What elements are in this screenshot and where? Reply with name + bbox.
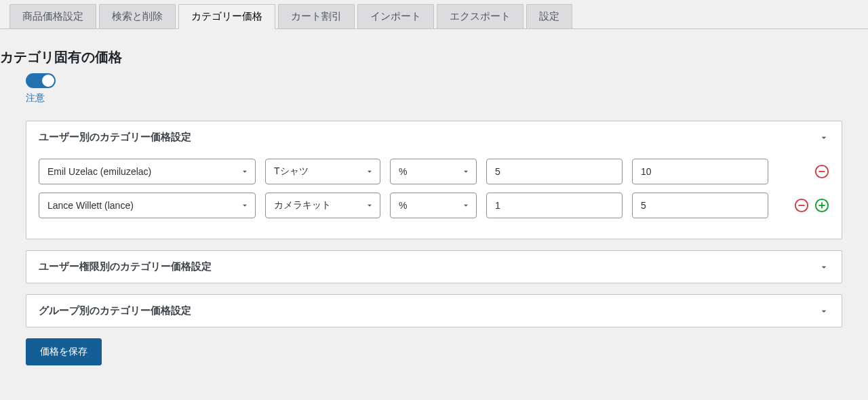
value1-input[interactable] [486, 159, 623, 184]
panel-by-group: グループ別のカテゴリー価格設定 [26, 294, 842, 327]
unit-select-value: % [399, 200, 407, 211]
panel-title: ユーザー権限別のカテゴリー価格設定 [39, 260, 212, 273]
chevron-down-icon [818, 132, 829, 143]
chevron-down-icon [818, 306, 829, 317]
enable-toggle[interactable] [26, 73, 56, 88]
remove-row-button[interactable] [794, 198, 809, 213]
unit-select[interactable]: % [390, 159, 477, 184]
page-title: カテゴリ固有の価格 [0, 48, 868, 66]
user-select-value: Lance Willett (lance) [47, 200, 134, 211]
value2-input[interactable] [632, 193, 768, 218]
tab-import[interactable]: インポート [357, 4, 434, 28]
chevron-down-icon [240, 201, 250, 210]
category-select[interactable]: Tシャツ [265, 159, 380, 184]
add-row-button[interactable] [814, 198, 829, 213]
chevron-down-icon [240, 167, 250, 176]
panel-by-role: ユーザー権限別のカテゴリー価格設定 [26, 250, 842, 283]
tab-settings[interactable]: 設定 [526, 4, 572, 28]
tabs-bar: 商品価格設定 検索と削除 カテゴリー価格 カート割引 インポート エクスポート … [0, 0, 868, 29]
chevron-down-icon [461, 167, 471, 176]
user-select[interactable]: Emil Uzelac (emiluzelac) [39, 159, 256, 184]
panel-header-by-group[interactable]: グループ別のカテゴリー価格設定 [26, 295, 842, 327]
chevron-down-icon [365, 167, 374, 176]
price-row: Lance Willett (lance) カメラキット % [39, 193, 829, 218]
category-select-value: Tシャツ [274, 165, 309, 178]
save-button[interactable]: 価格を保存 [26, 338, 102, 365]
toggle-knob [42, 75, 54, 87]
user-select[interactable]: Lance Willett (lance) [39, 193, 256, 218]
value1-input[interactable] [486, 193, 623, 218]
remove-row-button[interactable] [814, 164, 829, 179]
tab-product-pricing[interactable]: 商品価格設定 [9, 4, 96, 28]
user-select-value: Emil Uzelac (emiluzelac) [47, 166, 151, 177]
value2-input[interactable] [632, 159, 768, 184]
unit-select[interactable]: % [390, 193, 477, 218]
note-link[interactable]: 注意 [26, 92, 45, 104]
panel-header-by-user[interactable]: ユーザー別のカテゴリー価格設定 [26, 121, 842, 153]
tab-cart-discount[interactable]: カート割引 [278, 4, 355, 28]
category-select[interactable]: カメラキット [265, 193, 380, 218]
price-row: Emil Uzelac (emiluzelac) Tシャツ % [39, 159, 829, 184]
chevron-down-icon [461, 201, 471, 210]
panel-title: ユーザー別のカテゴリー価格設定 [39, 131, 191, 144]
chevron-down-icon [818, 262, 829, 273]
unit-select-value: % [399, 166, 407, 177]
category-select-value: カメラキット [274, 199, 331, 212]
panel-title: グループ別のカテゴリー価格設定 [39, 304, 191, 317]
panel-body-by-user: Emil Uzelac (emiluzelac) Tシャツ % [26, 153, 842, 239]
panel-by-user: ユーザー別のカテゴリー価格設定 Emil Uzelac (emiluzelac)… [26, 121, 842, 239]
tab-search-delete[interactable]: 検索と削除 [99, 4, 176, 28]
chevron-down-icon [365, 201, 374, 210]
panel-header-by-role[interactable]: ユーザー権限別のカテゴリー価格設定 [26, 251, 842, 283]
tab-export[interactable]: エクスポート [437, 4, 524, 28]
tab-category-pricing[interactable]: カテゴリー価格 [178, 4, 275, 29]
